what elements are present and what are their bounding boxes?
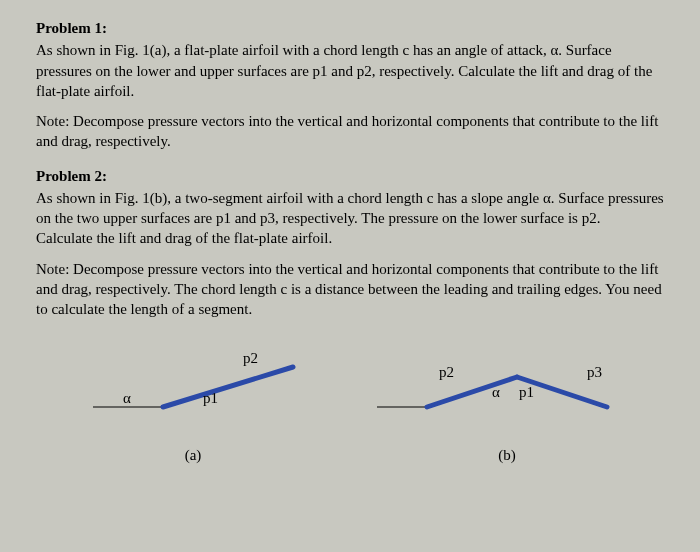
p3-label-b: p3: [587, 364, 602, 380]
figures-row: α p1 p2 (a) p2 α p1 p3 (b): [36, 337, 664, 465]
flat-plate: [163, 367, 293, 407]
alpha-label-a: α: [123, 390, 131, 406]
problem1-note: Note: Decompose pressure vectors into th…: [36, 111, 664, 152]
alpha-label-b: α: [492, 384, 500, 400]
problem2-body2: Calculate the lift and drag of the flat-…: [36, 228, 664, 248]
figure-b-caption: (b): [498, 445, 516, 465]
p2-label-a: p2: [243, 350, 258, 366]
problem2-body: As shown in Fig. 1(b), a two-segment air…: [36, 188, 664, 229]
figure-b-svg: p2 α p1 p3: [367, 337, 647, 427]
figure-a: α p1 p2 (a): [36, 337, 350, 465]
figure-a-svg: α p1 p2: [63, 337, 323, 427]
problem-sheet: Problem 1: As shown in Fig. 1(a), a flat…: [0, 0, 700, 476]
problem1-body: As shown in Fig. 1(a), a flat-plate airf…: [36, 40, 664, 101]
segment-1: [427, 377, 517, 407]
problem2-note: Note: Decompose pressure vectors into th…: [36, 259, 664, 320]
figure-b: p2 α p1 p3 (b): [350, 337, 664, 465]
figure-a-caption: (a): [185, 445, 202, 465]
p1-label-b: p1: [519, 384, 534, 400]
p2-label-b: p2: [439, 364, 454, 380]
problem1-title: Problem 1:: [36, 18, 664, 38]
p1-label-a: p1: [203, 390, 218, 406]
problem2-title: Problem 2:: [36, 166, 664, 186]
